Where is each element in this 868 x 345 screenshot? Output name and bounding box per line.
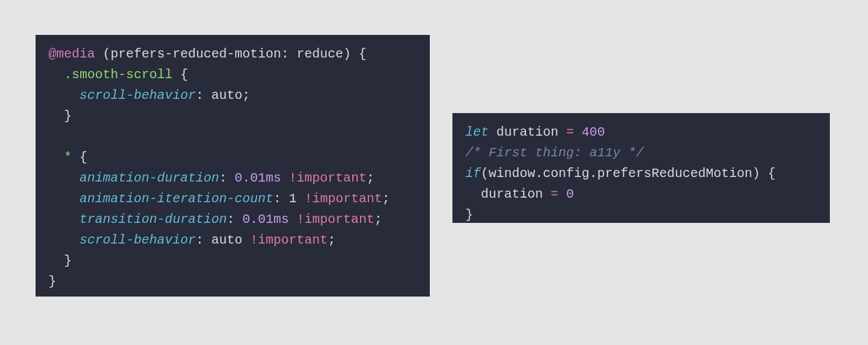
token-property: animation-iteration-count	[79, 191, 273, 206]
token-important: !important	[304, 191, 382, 206]
token-property: animation-duration	[79, 171, 219, 185]
token-indent	[48, 253, 64, 268]
token-brace: }	[64, 109, 72, 123]
token-keyword: let	[465, 125, 489, 140]
token-punct: :	[196, 233, 211, 247]
token-space	[297, 191, 304, 206]
code-line: transition-duration: 0.01ms !important;	[48, 212, 382, 227]
token-brace: }	[64, 253, 72, 268]
token-brace: }	[48, 274, 56, 289]
token-selector: *	[64, 150, 72, 165]
code-line: scroll-behavior: auto;	[48, 88, 250, 103]
token-operator: =	[566, 125, 574, 140]
token-punct: :	[227, 212, 242, 227]
code-line: .smooth-scroll {	[48, 67, 188, 82]
token-number: 0.01ms	[242, 212, 289, 227]
token-indent	[48, 233, 79, 247]
token-selector: .smooth-scroll	[64, 67, 173, 82]
token-atrule: @media	[48, 47, 95, 61]
code-line: }	[48, 253, 72, 268]
code-line: }	[48, 109, 72, 123]
token-property: scroll-behavior	[79, 233, 196, 247]
token-indent	[48, 67, 64, 82]
token-text: {	[72, 150, 87, 165]
token-space	[289, 212, 297, 227]
token-space	[543, 187, 551, 202]
token-punct: :	[219, 171, 235, 185]
token-indent	[48, 191, 79, 206]
token-brace: }	[465, 207, 473, 222]
token-number: 0.01ms	[235, 171, 281, 185]
code-line: * {	[48, 150, 87, 165]
code-line: let duration = 400	[465, 125, 605, 140]
code-line: if(window.config.prefersReducedMotion) {	[465, 166, 776, 181]
token-operator: =	[551, 187, 558, 202]
token-space	[558, 125, 566, 140]
code-block-css: @media (prefers-reduced-motion: reduce) …	[36, 35, 430, 297]
token-punct: :	[196, 88, 211, 103]
token-indent	[465, 187, 481, 202]
token-number: 0	[566, 187, 574, 202]
token-indent	[48, 212, 79, 227]
token-punct: ;	[328, 233, 335, 247]
token-text: (prefers-reduced-motion: reduce) {	[95, 47, 366, 61]
code-line: scroll-behavior: auto !important;	[48, 233, 335, 247]
token-value: auto	[211, 88, 242, 103]
page: @media (prefers-reduced-motion: reduce) …	[0, 0, 868, 345]
token-space	[242, 233, 250, 247]
token-important: !important	[250, 233, 328, 247]
token-text: {	[173, 67, 188, 82]
code-line: /* First thing: a11y */	[465, 145, 644, 160]
token-value: 1	[289, 191, 297, 206]
token-indent	[48, 109, 64, 123]
code-line: @media (prefers-reduced-motion: reduce) …	[48, 47, 366, 61]
token-indent	[48, 88, 79, 103]
code-line: }	[48, 274, 56, 289]
code-block-js: let duration = 400 /* First thing: a11y …	[452, 113, 830, 223]
token-number: 400	[582, 125, 605, 140]
token-punct: ;	[242, 88, 250, 103]
token-identifier: duration	[481, 187, 543, 202]
token-punct: ;	[382, 191, 390, 206]
token-indent	[48, 150, 64, 165]
token-property: transition-duration	[79, 212, 227, 227]
code-line: }	[465, 207, 473, 222]
token-member: window.config.prefersReducedMotion	[489, 166, 752, 181]
token-space	[558, 187, 566, 202]
code-line: animation-duration: 0.01ms !important;	[48, 171, 374, 185]
code-line: animation-iteration-count: 1 !important;	[48, 191, 390, 206]
token-important: !important	[289, 171, 366, 185]
token-space	[489, 125, 496, 140]
token-indent	[48, 171, 79, 185]
token-identifier: duration	[496, 125, 558, 140]
token-keyword: if	[465, 166, 481, 181]
token-punct: (	[481, 166, 489, 181]
token-value: auto	[211, 233, 242, 247]
token-punct: ;	[366, 171, 374, 185]
token-space	[574, 125, 582, 140]
token-property: scroll-behavior	[79, 88, 196, 103]
token-punct: ;	[374, 212, 382, 227]
token-punct: :	[273, 191, 289, 206]
token-space	[281, 171, 289, 185]
code-line: duration = 0	[465, 187, 574, 202]
token-comment: /* First thing: a11y */	[465, 145, 644, 160]
token-punct: ) {	[752, 166, 776, 181]
token-important: !important	[297, 212, 374, 227]
